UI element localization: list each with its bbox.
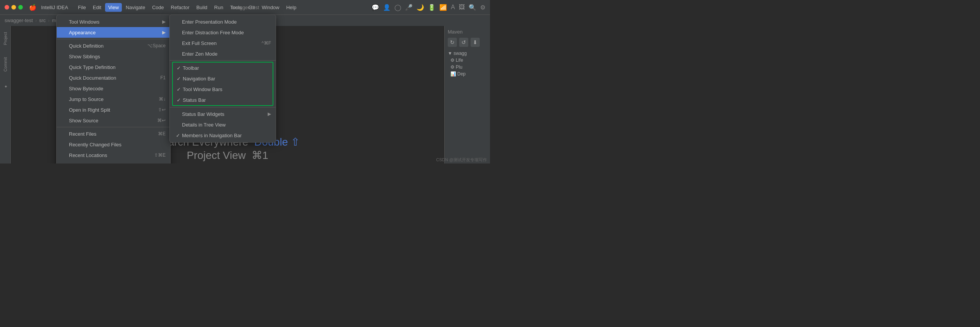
menu-tool-window-bars[interactable]: ✓ Tool Window Bars bbox=[173, 84, 273, 95]
navbar-m[interactable]: m bbox=[52, 18, 56, 23]
menu-view[interactable]: View bbox=[105, 3, 122, 12]
left-sidebar: Project Commit ✦ bbox=[0, 26, 11, 164]
photo-icon: 🖼 bbox=[459, 4, 465, 11]
maven-plugins[interactable]: ⚙ Plu bbox=[448, 64, 487, 71]
menu-details-tree-view[interactable]: Details in Tree View bbox=[170, 119, 276, 130]
maven-project-name: swagg bbox=[453, 51, 467, 56]
menu-quick-documentation[interactable]: Quick Documentation F1 bbox=[57, 72, 170, 83]
maven-tree: ▼ swagg ⚙ Life ⚙ Plu 📊 Dep bbox=[448, 50, 487, 77]
project-view-label: Project View bbox=[187, 149, 246, 161]
navbar-src[interactable]: src bbox=[39, 18, 46, 23]
wifi-icon: 📶 bbox=[439, 4, 447, 11]
mic-icon: 🎤 bbox=[405, 4, 413, 11]
maximize-button[interactable] bbox=[18, 5, 23, 10]
menu-show-bytecode[interactable]: Show Bytecode bbox=[57, 83, 170, 94]
appearance-sep-1 bbox=[170, 60, 276, 61]
menu-code[interactable]: Code bbox=[149, 3, 167, 12]
menu-enter-zen[interactable]: Enter Zen Mode bbox=[170, 48, 276, 59]
sidebar-tab-commit[interactable]: Commit bbox=[2, 55, 8, 74]
apple-icon: 🍎 bbox=[29, 4, 37, 11]
minimize-button[interactable] bbox=[11, 5, 16, 10]
wechat-icon: 💬 bbox=[372, 4, 379, 11]
search-icon[interactable]: 🔍 bbox=[469, 4, 476, 11]
menu-status-bar-widgets[interactable]: Status Bar Widgets ▶ bbox=[170, 109, 276, 119]
menu-tool-windows[interactable]: Tool Windows ▶ bbox=[57, 16, 170, 27]
view-menu-dropdown[interactable]: Tool Windows ▶ Appearance ▶ Quick Defini… bbox=[56, 14, 171, 164]
menu-navigation-bar[interactable]: ✓ Navigation Bar bbox=[173, 73, 273, 84]
maven-dependencies[interactable]: 📊 Dep bbox=[448, 71, 487, 77]
moon-icon: 🌙 bbox=[417, 4, 424, 11]
menu-status-bar[interactable]: ✓ Status Bar bbox=[173, 95, 273, 105]
sync-icon: ◯ bbox=[394, 4, 401, 11]
menu-show-source[interactable]: Show Source ⌘↩ bbox=[57, 115, 170, 126]
navbar-sep1: › bbox=[35, 18, 37, 23]
system-icons: 💬 👤 ◯ 🎤 🌙 🔋 📶 A 🖼 🔍 ⚙ bbox=[372, 4, 485, 11]
navbar-sep2: › bbox=[48, 18, 49, 23]
sidebar-tab-extra[interactable]: ✦ bbox=[2, 82, 8, 91]
menu-recently-changed[interactable]: Recently Changed Files bbox=[57, 139, 170, 150]
menu-show-siblings[interactable]: Show Siblings bbox=[57, 51, 170, 62]
maven-title: Maven bbox=[448, 29, 487, 35]
menu-recent-files[interactable]: Recent Files ⌘E bbox=[57, 128, 170, 139]
menu-appearance[interactable]: Appearance ▶ bbox=[57, 27, 170, 38]
titlebar: 🍎 IntelliJ IDEA File Edit View Navigate … bbox=[0, 0, 490, 14]
menu-jump-to-source[interactable]: Jump to Source ⌘↓ bbox=[57, 94, 170, 104]
menu-quick-type-definition[interactable]: Quick Type Definition bbox=[57, 62, 170, 72]
control-icon[interactable]: ⚙ bbox=[480, 4, 485, 11]
maven-refresh-button[interactable]: ↻ bbox=[448, 38, 457, 47]
menu-toolbar[interactable]: ✓ Toolbar bbox=[173, 63, 273, 73]
window-controls bbox=[5, 5, 23, 10]
status-text: CSDN @测试开发专项写作 bbox=[436, 157, 487, 162]
user-icon: 👤 bbox=[383, 4, 391, 11]
checked-items-group: ✓ Toolbar ✓ Navigation Bar ✓ Tool Window… bbox=[172, 62, 273, 106]
menu-help[interactable]: Help bbox=[283, 3, 300, 12]
menu-enter-distraction-free[interactable]: Enter Distraction Free Mode bbox=[170, 27, 276, 38]
app-name: IntelliJ IDEA bbox=[41, 5, 68, 10]
font-icon: A bbox=[451, 4, 455, 11]
menu-window[interactable]: Window bbox=[259, 3, 282, 12]
project-view-shortcut: ⌘1 bbox=[252, 149, 268, 161]
maven-reload-button[interactable]: ↺ bbox=[459, 38, 468, 47]
menu-file[interactable]: File bbox=[75, 3, 89, 12]
battery-icon: 🔋 bbox=[428, 4, 436, 11]
menu-edit[interactable]: Edit bbox=[90, 3, 104, 12]
menu-refactor[interactable]: Refactor bbox=[168, 3, 193, 12]
navbar-project[interactable]: swagger-test bbox=[5, 18, 33, 23]
menu-navigate[interactable]: Navigate bbox=[123, 3, 148, 12]
close-button[interactable] bbox=[5, 5, 9, 10]
menu-recent-locations[interactable]: Recent Locations ⇧⌘E bbox=[57, 150, 170, 160]
menu-build[interactable]: Build bbox=[193, 3, 211, 12]
menu-bar: 🍎 IntelliJ IDEA File Edit View Navigate … bbox=[29, 3, 372, 12]
menu-open-right-split[interactable]: Open in Right Split ⇧↩ bbox=[57, 104, 170, 115]
menu-recent-changes[interactable]: Recent Changes ⌥⇧C bbox=[57, 160, 170, 164]
maven-download-button[interactable]: ⬇ bbox=[471, 38, 480, 47]
appearance-submenu[interactable]: Enter Presentation Mode Enter Distractio… bbox=[169, 14, 276, 143]
right-sidebar: Maven ↻ ↺ ⬇ ▼ swagg ⚙ Life ⚙ Plu 📊 Dep bbox=[444, 26, 490, 164]
status-bar: CSDN @测试开发专项写作 bbox=[433, 156, 490, 164]
maven-expand-icon[interactable]: ▼ swagg bbox=[448, 50, 487, 57]
menu-enter-presentation[interactable]: Enter Presentation Mode bbox=[170, 16, 276, 27]
menu-members-navigation-bar[interactable]: ✓ Members in Navigation Bar bbox=[170, 130, 276, 141]
menu-exit-fullscreen[interactable]: Exit Full Screen ^⌘F bbox=[170, 38, 276, 48]
menu-sep-1 bbox=[57, 39, 170, 39]
window-title: swagger-test bbox=[231, 5, 259, 10]
maven-lifecycle[interactable]: ⚙ Life bbox=[448, 57, 487, 64]
maven-toolbar: ↻ ↺ ⬇ bbox=[448, 38, 487, 47]
menu-sep-2 bbox=[57, 127, 170, 127]
project-view-hint: Project View ⌘1 bbox=[187, 149, 268, 162]
sidebar-tab-project[interactable]: Project bbox=[2, 30, 8, 47]
menu-run[interactable]: Run bbox=[211, 3, 227, 12]
menu-quick-definition[interactable]: Quick Definition ⌥Space bbox=[57, 40, 170, 51]
appearance-sep-2 bbox=[170, 107, 276, 107]
